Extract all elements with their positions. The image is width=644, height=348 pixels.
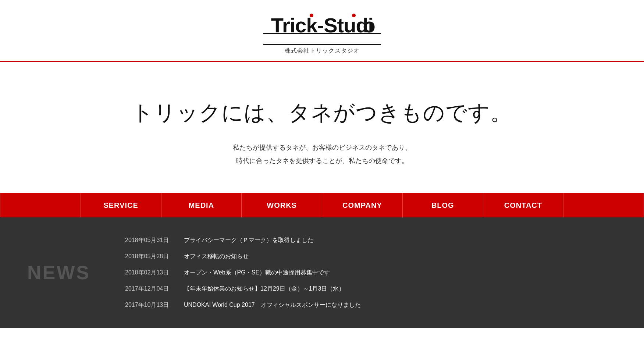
hero-sub-line2: 時代に合ったタネを提供することが、私たちの使命です。	[7, 154, 637, 167]
news-title: 【年末年始休業のお知らせ】12月29日（金）～1月3日（水）	[184, 284, 345, 293]
nav-item-works[interactable]: WORKS	[242, 193, 322, 217]
news-date: 2018年05月28日	[125, 253, 173, 260]
news-date: 2017年10月13日	[125, 301, 173, 309]
hero-section: トリックには、タネがつきものです。 私たちが提供するタネが、お客様のビジネスのタ…	[0, 69, 644, 193]
news-title: オープン・Web系（PG・SE）職の中途採用募集中です	[184, 268, 330, 277]
site-header: Trick-Studi o 株式会社トリックスタジオ	[0, 0, 644, 69]
nav-item-company[interactable]: COMPANY	[322, 193, 403, 217]
logo-subtitle: 株式会社トリックスタジオ	[285, 47, 360, 55]
news-item[interactable]: 2017年10月13日 UNDOKAI World Cup 2017 オフィシャ…	[125, 301, 622, 309]
news-date: 2017年12月04日	[125, 285, 173, 293]
site-logo[interactable]: Trick-Studi o	[263, 11, 381, 45]
news-title: プライバシーマーク（Ｐマーク）を取得しました	[184, 236, 313, 245]
news-label-area: NEWS	[0, 232, 118, 313]
nav-item-media[interactable]: MEDIA	[161, 193, 242, 217]
news-title: UNDOKAI World Cup 2017 オフィシャルスポンサーになりました	[184, 301, 361, 309]
svg-point-3	[310, 14, 313, 17]
nav-item-end[interactable]	[563, 193, 644, 217]
news-item[interactable]: 2018年05月31日 プライバシーマーク（Ｐマーク）を取得しました	[125, 236, 622, 245]
news-date: 2018年02月13日	[125, 269, 173, 277]
news-item[interactable]: 2018年05月28日 オフィス移転のお知らせ	[125, 252, 622, 261]
header-line	[0, 61, 644, 62]
logo-container: Trick-Studi o 株式会社トリックスタジオ	[263, 11, 381, 55]
nav-item-blog[interactable]: BLOG	[403, 193, 483, 217]
hero-sub-line1: 私たちが提供するタネが、お客様のビジネスのタネであり、	[7, 141, 637, 154]
svg-text:Trick-Studi: Trick-Studi	[271, 14, 373, 37]
news-item[interactable]: 2018年02月13日 オープン・Web系（PG・SE）職の中途採用募集中です	[125, 268, 622, 277]
nav-item-contact[interactable]: CONTACT	[483, 193, 564, 217]
main-nav: SERVICE MEDIA WORKS COMPANY BLOG CONTACT	[0, 193, 644, 217]
news-list: 2018年05月31日 プライバシーマーク（Ｐマーク）を取得しました 2018年…	[118, 232, 644, 313]
hero-sub-text: 私たちが提供するタネが、お客様のビジネスのタネであり、 時代に合ったタネを提供す…	[7, 141, 637, 167]
nav-item-home[interactable]	[0, 193, 81, 217]
nav-item-service[interactable]: SERVICE	[81, 193, 161, 217]
news-item[interactable]: 2017年12月04日 【年末年始休業のお知らせ】12月29日（金）～1月3日（…	[125, 284, 622, 293]
svg-point-4	[352, 14, 356, 17]
news-section: NEWS 2018年05月31日 プライバシーマーク（Ｐマーク）を取得しました …	[0, 217, 644, 328]
svg-text:o: o	[363, 14, 375, 37]
hero-main-text: トリックには、タネがつきものです。	[7, 99, 637, 126]
news-title: オフィス移転のお知らせ	[184, 252, 249, 261]
news-label: NEWS	[27, 262, 90, 284]
logo-svg: Trick-Studi o	[263, 11, 381, 39]
news-date: 2018年05月31日	[125, 237, 173, 244]
